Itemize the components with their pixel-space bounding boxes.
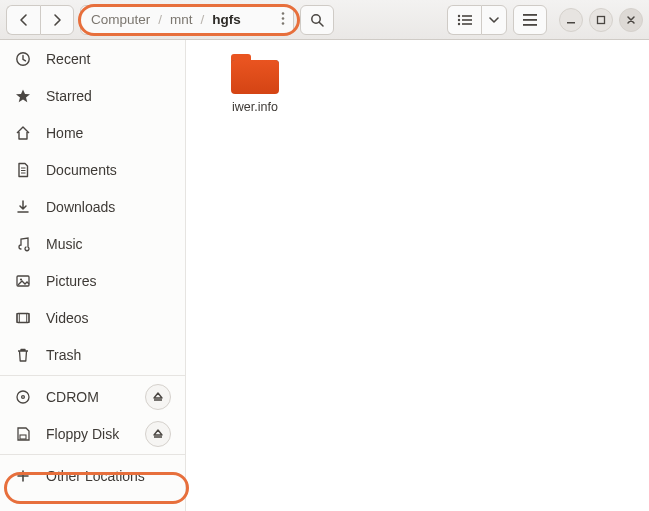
path-more-icon[interactable] <box>281 11 285 28</box>
sidebar-item-label: Pictures <box>46 273 97 289</box>
download-icon <box>14 199 32 215</box>
list-view-button[interactable] <box>447 5 481 35</box>
sidebar-item-label: Trash <box>46 347 81 363</box>
svg-point-5 <box>457 14 459 16</box>
back-button[interactable] <box>6 5 40 35</box>
sidebar: Recent Starred Home Documents Downloads … <box>0 40 186 511</box>
svg-rect-19 <box>17 313 29 322</box>
sidebar-item-videos[interactable]: Videos <box>0 299 185 336</box>
sidebar-item-pictures[interactable]: Pictures <box>0 262 185 299</box>
sidebar-item-label: Floppy Disk <box>46 426 119 442</box>
sidebar-item-trash[interactable]: Trash <box>0 336 185 373</box>
sidebar-divider <box>0 454 185 455</box>
home-icon <box>14 125 32 141</box>
path-separator: / <box>201 12 205 27</box>
sidebar-item-floppy[interactable]: Floppy Disk <box>0 415 185 452</box>
path-separator: / <box>158 12 162 27</box>
close-button[interactable] <box>619 8 643 32</box>
trash-icon <box>14 347 32 363</box>
video-icon <box>14 310 32 326</box>
sidebar-item-label: CDROM <box>46 389 99 405</box>
sidebar-item-recent[interactable]: Recent <box>0 40 185 77</box>
sidebar-item-label: Music <box>46 236 83 252</box>
sidebar-item-label: Home <box>46 125 83 141</box>
svg-line-4 <box>319 22 323 26</box>
path-bar[interactable]: Computer / mnt / hgfs <box>80 5 294 35</box>
minimize-button[interactable] <box>559 8 583 32</box>
path-segment[interactable]: mnt <box>170 12 193 27</box>
svg-rect-20 <box>17 313 19 322</box>
sidebar-item-cdrom[interactable]: CDROM <box>0 378 185 415</box>
hamburger-menu-button[interactable] <box>513 5 547 35</box>
file-pane[interactable]: iwer.info <box>186 40 649 511</box>
svg-rect-14 <box>567 22 575 24</box>
svg-point-0 <box>282 12 285 15</box>
sidebar-item-downloads[interactable]: Downloads <box>0 188 185 225</box>
svg-rect-8 <box>462 19 472 21</box>
disc-icon <box>14 389 32 405</box>
svg-point-9 <box>457 22 459 24</box>
folder-item[interactable]: iwer.info <box>220 54 290 114</box>
main: Recent Starred Home Documents Downloads … <box>0 40 649 511</box>
sidebar-item-starred[interactable]: Starred <box>0 77 185 114</box>
music-icon <box>14 236 32 252</box>
folder-icon <box>231 54 279 94</box>
sidebar-item-label: Downloads <box>46 199 115 215</box>
nav-back-forward <box>6 5 74 35</box>
svg-rect-11 <box>523 14 537 16</box>
sidebar-item-documents[interactable]: Documents <box>0 151 185 188</box>
sidebar-item-home[interactable]: Home <box>0 114 185 151</box>
forward-button[interactable] <box>40 5 74 35</box>
plus-icon <box>14 469 32 483</box>
path-segment-current[interactable]: hgfs <box>212 12 241 27</box>
sidebar-item-label: Videos <box>46 310 89 326</box>
picture-icon <box>14 273 32 289</box>
svg-rect-13 <box>523 24 537 26</box>
search-button[interactable] <box>300 5 334 35</box>
maximize-button[interactable] <box>589 8 613 32</box>
floppy-icon <box>14 426 32 442</box>
eject-button[interactable] <box>145 421 171 447</box>
svg-rect-24 <box>20 435 26 439</box>
eject-button[interactable] <box>145 384 171 410</box>
svg-rect-12 <box>523 19 537 21</box>
svg-rect-21 <box>27 313 29 322</box>
sidebar-item-label: Starred <box>46 88 92 104</box>
view-mode <box>447 5 507 35</box>
svg-point-7 <box>457 18 459 20</box>
svg-point-2 <box>282 22 285 25</box>
sidebar-divider <box>0 375 185 376</box>
svg-point-1 <box>282 17 285 20</box>
window-controls <box>559 8 643 32</box>
sidebar-item-label: Other Locations <box>46 468 145 484</box>
sidebar-item-other-locations[interactable]: Other Locations <box>0 457 185 494</box>
svg-point-18 <box>20 278 22 280</box>
star-icon <box>14 88 32 104</box>
svg-rect-10 <box>462 23 472 25</box>
clock-icon <box>14 51 32 67</box>
file-label: iwer.info <box>220 100 290 114</box>
view-dropdown-button[interactable] <box>481 5 507 35</box>
document-icon <box>14 162 32 178</box>
svg-rect-15 <box>598 16 605 23</box>
svg-point-23 <box>22 395 25 398</box>
sidebar-item-music[interactable]: Music <box>0 225 185 262</box>
path-segment[interactable]: Computer <box>91 12 150 27</box>
svg-point-22 <box>17 391 29 403</box>
svg-rect-6 <box>462 15 472 17</box>
toolbar: Computer / mnt / hgfs <box>0 0 649 40</box>
sidebar-item-label: Recent <box>46 51 90 67</box>
sidebar-item-label: Documents <box>46 162 117 178</box>
